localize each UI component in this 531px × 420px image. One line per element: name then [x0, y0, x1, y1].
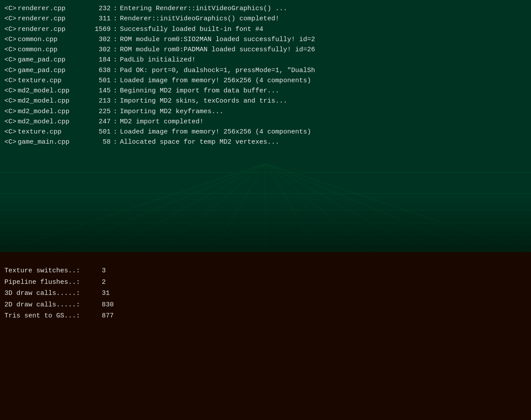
- svg-line-13: [266, 164, 372, 252]
- log-line: <C> common.cpp302: ROM module rom0:SIO2M…: [4, 34, 527, 45]
- svg-line-8: [106, 164, 266, 252]
- log-colon: :: [113, 96, 117, 106]
- log-line: <C> md2_model.cpp145: Beginning MD2 impo…: [4, 86, 527, 96]
- log-line-number: 58: [86, 137, 111, 147]
- log-line: <C> texture.cpp501: Loaded image from me…: [4, 127, 527, 137]
- log-line: <C> md2_model.cpp225: Importing MD2 keyf…: [4, 107, 527, 117]
- log-colon: :: [113, 127, 117, 137]
- log-colon: :: [113, 45, 117, 55]
- log-message: Importing MD2 keyframes...: [120, 107, 223, 117]
- log-message: Successfully loaded built-in font #4: [120, 24, 263, 34]
- log-prefix: <C>: [4, 117, 18, 127]
- log-file: md2_model.cpp: [18, 96, 86, 106]
- log-line-number: 184: [86, 55, 111, 65]
- log-message: ROM module rom0:SIO2MAN loaded successfu…: [120, 34, 315, 45]
- log-message: Loaded image from memory! 256x256 (4 com…: [120, 76, 311, 86]
- svg-line-16: [266, 164, 531, 252]
- log-prefix: <C>: [4, 14, 18, 24]
- log-container: <C> renderer.cpp232: Entering Renderer::…: [4, 4, 527, 148]
- log-file: common.cpp: [18, 34, 86, 45]
- stat-value: 2: [102, 277, 106, 288]
- log-colon: :: [113, 107, 117, 117]
- log-prefix: <C>: [4, 137, 18, 147]
- log-line-number: 501: [86, 127, 111, 137]
- stat-label: 2D draw calls.....:: [4, 299, 102, 311]
- stat-label: Pipeline flushes..:: [4, 277, 102, 288]
- svg-line-7: [53, 164, 266, 252]
- console-area: <C> renderer.cpp232: Entering Renderer::…: [0, 0, 531, 252]
- log-line-number: 145: [86, 86, 111, 96]
- svg-line-9: [159, 164, 266, 252]
- log-message: Beginning MD2 import from data buffer...: [120, 86, 279, 96]
- log-message: Entering Renderer::initVideoGraphics() .…: [120, 4, 287, 14]
- stat-value: 830: [102, 299, 114, 311]
- stat-line: Pipeline flushes..:2: [4, 277, 527, 288]
- log-line-number: 638: [86, 65, 111, 76]
- log-line-number: 247: [86, 117, 111, 127]
- log-colon: :: [113, 55, 117, 65]
- log-prefix: <C>: [4, 127, 18, 137]
- log-line: <C> renderer.cpp232: Entering Renderer::…: [4, 4, 527, 14]
- log-message: Renderer::initVideoGraphics() completed!: [120, 14, 279, 24]
- log-prefix: <C>: [4, 34, 18, 45]
- stat-value: 31: [102, 288, 110, 299]
- log-file: texture.cpp: [18, 76, 86, 86]
- log-message: Allocated space for temp MD2 vertexes...: [120, 137, 279, 147]
- log-line: <C> common.cpp302: ROM module rom0:PADMA…: [4, 45, 527, 55]
- stat-line: 3D draw calls.....: 31: [4, 288, 527, 299]
- log-prefix: <C>: [4, 96, 18, 106]
- log-prefix: <C>: [4, 65, 18, 76]
- log-prefix: <C>: [4, 45, 18, 55]
- log-prefix: <C>: [4, 86, 18, 96]
- stats-area: Texture switches..:3Pipeline flushes..:2…: [0, 252, 531, 331]
- log-prefix: <C>: [4, 107, 18, 117]
- log-prefix: <C>: [4, 76, 18, 86]
- log-line: <C> md2_model.cpp247: MD2 import complet…: [4, 117, 527, 127]
- log-prefix: <C>: [4, 24, 18, 34]
- svg-line-12: [266, 164, 319, 252]
- log-line: <C> texture.cpp501: Loaded image from me…: [4, 76, 527, 86]
- log-file: md2_model.cpp: [18, 117, 86, 127]
- log-line-number: 302: [86, 45, 111, 55]
- log-message: PadLib initialized!: [120, 55, 196, 65]
- log-file: renderer.cpp: [18, 14, 86, 24]
- log-file: renderer.cpp: [18, 4, 86, 14]
- log-line: <C> game_pad.cpp638: Pad OK: port=0, dua…: [4, 65, 527, 76]
- log-line-number: 213: [86, 96, 111, 106]
- log-line: <C> renderer.cpp1569: Successfully loade…: [4, 24, 527, 34]
- svg-line-6: [0, 164, 266, 252]
- log-line-number: 501: [86, 76, 111, 86]
- log-line-number: 232: [86, 4, 111, 14]
- log-prefix: <C>: [4, 4, 18, 14]
- stat-value: 877: [102, 310, 114, 322]
- log-line-number: 225: [86, 107, 111, 117]
- log-message: ROM module rom0:PADMAN loaded successful…: [120, 45, 315, 55]
- svg-line-15: [266, 164, 478, 252]
- log-colon: :: [113, 76, 117, 86]
- log-colon: :: [113, 14, 117, 24]
- log-line: <C> game_pad.cpp184: PadLib initialized!: [4, 55, 527, 65]
- stat-line: 2D draw calls.....: 830: [4, 299, 527, 311]
- log-message: MD2 import completed!: [120, 117, 204, 127]
- stat-value: 3: [102, 265, 106, 277]
- log-file: texture.cpp: [18, 127, 86, 137]
- log-message: Pad OK: port=0, dualshock=1, pressMode=1…: [120, 65, 315, 76]
- log-prefix: <C>: [4, 55, 18, 65]
- stat-line: Texture switches..:3: [4, 265, 527, 277]
- log-message: Loaded image from memory! 256x256 (4 com…: [120, 127, 311, 137]
- log-file: md2_model.cpp: [18, 86, 86, 96]
- log-file: game_pad.cpp: [18, 65, 86, 76]
- stat-line: Tris sent to GS...:877: [4, 310, 527, 322]
- log-file: common.cpp: [18, 45, 86, 55]
- log-file: game_pad.cpp: [18, 55, 86, 65]
- log-line-number: 1569: [86, 24, 111, 34]
- grid-overlay: [0, 164, 531, 252]
- log-line-number: 302: [86, 34, 111, 45]
- log-colon: :: [113, 117, 117, 127]
- log-colon: :: [113, 24, 117, 34]
- log-colon: :: [113, 86, 117, 96]
- log-colon: :: [113, 137, 117, 147]
- stat-label: Texture switches..:: [4, 265, 102, 277]
- stat-label: Tris sent to GS...:: [4, 310, 102, 322]
- log-line: <C> renderer.cpp311: Renderer::initVideo…: [4, 14, 527, 24]
